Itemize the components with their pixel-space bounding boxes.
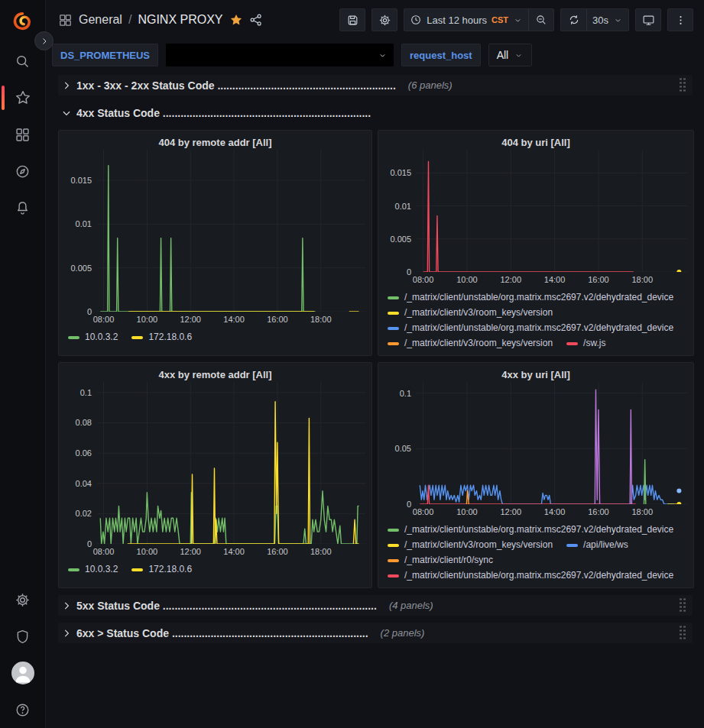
x-axis-tick: 10:00 [137,547,158,556]
panel-title[interactable]: 4xx by remote addr [All] [65,366,365,382]
legend-item[interactable]: 172.18.0.6 [131,331,192,344]
chevron-right-icon [40,37,49,46]
plot-area[interactable] [97,150,365,312]
x-axis-tick: 14:00 [223,315,245,324]
x-axis-tick: 10:00 [137,315,158,324]
legend-label: /api/live/ws [583,539,628,552]
sidebar-item-profile[interactable] [0,655,46,691]
legend-item[interactable]: 10.0.3.2 [68,563,118,576]
zoom-out-icon [535,14,547,26]
sidebar-bottom-group [0,581,46,728]
toolbar: Last 12 hours CST [339,8,693,31]
dashboard-settings-button[interactable] [371,8,397,31]
row-panel-count: (4 panels) [389,600,433,611]
plot-area[interactable] [417,150,687,272]
sidebar-item-dashboards[interactable] [0,116,46,153]
y-axis-tick: 0 [87,307,92,316]
chevron-down-icon [613,15,623,25]
y-axis: 00.0050.010.015 [384,150,417,272]
row-header-5xx[interactable]: 5xx Status Code ........................… [58,595,693,616]
legend-label: /_matrix/client/unstable/org.matrix.msc2… [404,569,673,582]
legend-item[interactable]: /_matrix/client/unstable/org.matrix.msc2… [388,523,673,536]
timeseries-chart[interactable]: 00.0050.010.015 08:0010:0012:0014:0016:0… [65,150,365,355]
share-icon[interactable] [249,13,263,27]
legend-item[interactable]: /_matrix/client/v3/room_keys/version [388,337,553,350]
y-axis-tick: 0 [407,500,411,509]
legend-label: /_matrix/client/unstable/org.matrix.msc2… [404,523,673,536]
sidebar-expand-button[interactable] [34,31,54,50]
legend-item[interactable]: /_matrix/client/r0/sync [388,554,493,567]
variable-label-ds-prometheus: DS_PROMETHEUS [52,44,158,66]
row-drag-handle[interactable] [680,626,686,640]
compass-icon [15,163,31,180]
legend-item[interactable]: 10.0.3.2 [68,331,118,344]
zoom-out-button[interactable] [528,8,554,31]
timeseries-chart[interactable]: 00.020.040.060.080.1 08:0010:0012:0014:0… [65,382,365,587]
sidebar-item-help[interactable] [0,691,46,728]
datasource-select[interactable] [166,44,394,66]
x-axis: 08:0010:0012:0014:0016:0018:00 [417,272,687,286]
y-axis-tick: 0.04 [76,479,92,488]
panel-404-by-remote-addr: 404 by remote addr [All] 00.0050.010.015… [58,130,372,356]
refresh-button[interactable] [560,8,586,31]
legend-label: /_matrix/client/v3/room_keys/version [404,337,553,350]
row-header-4xx[interactable]: 4xx Status Code ........................… [58,102,693,123]
sidebar-item-explore[interactable] [0,153,46,189]
more-options-button[interactable] [667,8,693,31]
y-axis-tick: 0.01 [395,202,411,211]
y-axis-tick: 0 [407,267,411,277]
plot-area[interactable] [97,382,365,544]
refresh-interval-picker[interactable]: 30s [586,8,629,31]
y-axis: 00.050.1 [384,382,417,504]
row-drag-handle[interactable] [680,598,686,613]
row-drag-handle[interactable] [680,78,686,92]
legend-item[interactable]: /_matrix/client/unstable/org.matrix.msc2… [388,569,673,582]
legend-swatch [388,296,399,299]
legend-item[interactable]: /_matrix/client/unstable/org.matrix.msc2… [388,322,673,335]
request-host-select[interactable]: All [488,44,533,66]
y-axis-tick: 0.005 [390,235,411,244]
save-dashboard-button[interactable] [339,8,365,31]
legend-item[interactable]: /_matrix/client/v3/room_keys/version [388,539,553,552]
dashboard-title[interactable]: NGINX PROXY [138,13,222,27]
legend-label: /_matrix/client/unstable/org.matrix.msc2… [404,291,673,304]
refresh-icon [568,14,580,26]
legend-swatch [388,312,399,315]
sidebar-item-starred[interactable] [0,79,46,116]
sidebar-item-configuration[interactable] [0,581,46,618]
sidebar-item-server-admin[interactable] [0,618,46,655]
breadcrumb-folder[interactable]: General [79,13,122,27]
time-picker-group: Last 12 hours CST [404,8,554,31]
row-header-6xx[interactable]: 6xx > Status Code ......................… [58,623,693,643]
chevron-right-icon [61,600,72,611]
row-header-1xx-3xx-2xx[interactable]: 1xx - 3xx - 2xx Status Code ............… [58,75,693,95]
legend-item[interactable]: /api/live/ws [566,539,628,552]
legend-label: 10.0.3.2 [85,563,118,576]
x-axis: 08:0010:0012:0014:0016:0018:00 [97,544,365,558]
favorite-star-icon[interactable] [229,13,243,27]
legend-label: 172.18.0.6 [148,331,192,344]
legend-swatch [131,568,143,571]
panel-404-by-uri: 404 by uri [All] 00.0050.010.015 08:0010… [378,130,694,356]
panel-title[interactable]: 4xx by uri [All] [384,366,687,382]
legend-item[interactable]: 172.18.0.6 [131,563,192,576]
panel-title[interactable]: 404 by uri [All] [384,134,687,150]
x-axis-tick: 18:00 [310,547,332,556]
sidebar-item-alerting[interactable] [0,189,46,226]
x-axis-tick: 18:00 [310,315,332,324]
time-range-picker[interactable]: Last 12 hours CST [404,8,528,31]
timeseries-chart[interactable]: 00.050.1 08:0010:0012:0014:0016:0018:00 … [384,382,687,587]
chevron-down-icon [61,108,72,118]
legend-item[interactable]: /_matrix/client/v3/room_keys/version [388,306,553,319]
y-axis: 00.020.040.060.080.1 [65,382,97,544]
grafana-logo-icon [12,11,33,32]
panel-title[interactable]: 404 by remote addr [All] [65,134,365,150]
legend-item[interactable]: /sw.js [566,337,605,350]
plot-area[interactable] [417,382,687,504]
row-panel-count: (6 panels) [408,79,453,91]
x-axis: 08:0010:0012:0014:0016:0018:00 [97,312,365,326]
kiosk-mode-button[interactable] [635,8,661,31]
timeseries-chart[interactable]: 00.0050.010.015 08:0010:0012:0014:0016:0… [384,150,687,355]
y-axis: 00.0050.010.015 [65,150,97,312]
legend-item[interactable]: /_matrix/client/unstable/org.matrix.msc2… [388,291,673,304]
